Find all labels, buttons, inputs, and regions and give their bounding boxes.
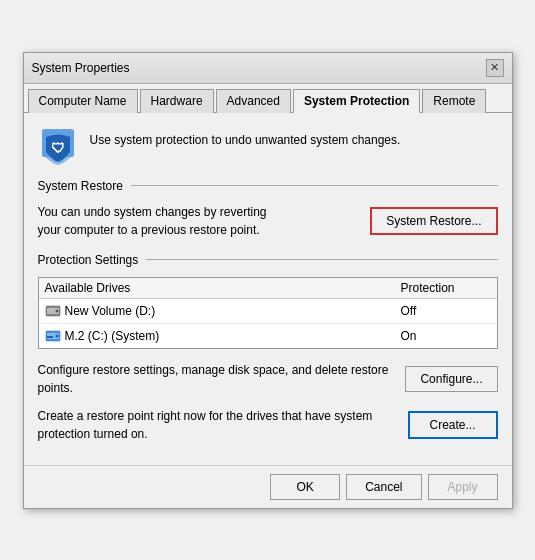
window-title: System Properties [32,61,130,75]
drive-c-protection: On [401,329,491,343]
system-restore-label: System Restore [38,179,123,193]
svg-point-7 [55,334,58,337]
svg-text:🛡: 🛡 [51,140,65,156]
drives-table-header: Available Drives Protection [39,278,497,299]
tabs-bar: Computer Name Hardware Advanced System P… [24,84,512,113]
close-button[interactable]: ✕ [486,59,504,77]
configure-desc: Configure restore settings, manage disk … [38,361,396,397]
cancel-button[interactable]: Cancel [346,474,421,500]
svg-rect-8 [47,336,53,338]
drive-row-d[interactable]: New Volume (D:) Off [39,299,497,324]
drives-table: Available Drives Protection New Volume (… [38,277,498,349]
section-divider2 [146,259,497,260]
info-section: 🛡 Use system protection to undo unwanted… [38,125,498,165]
section-divider [131,185,498,186]
shield-icon: 🛡 [38,125,78,165]
create-desc: Create a restore point right now for the… [38,407,398,443]
drive-c-icon [45,328,61,344]
drive-c-name: M.2 (C:) (System) [65,329,401,343]
title-bar: System Properties ✕ [24,53,512,84]
tab-remote[interactable]: Remote [422,89,486,113]
tab-system-protection[interactable]: System Protection [293,89,420,113]
system-properties-window: System Properties ✕ Computer Name Hardwa… [23,52,513,509]
tab-hardware[interactable]: Hardware [140,89,214,113]
create-row: Create a restore point right now for the… [38,407,498,443]
system-restore-header: System Restore [38,179,498,193]
configure-row: Configure restore settings, manage disk … [38,361,498,397]
bottom-bar: OK Cancel Apply [24,465,512,508]
info-text: Use system protection to undo unwanted s… [90,125,401,149]
restore-row: You can undo system changes by reverting… [38,203,498,239]
system-restore-button[interactable]: System Restore... [370,207,497,235]
protection-settings-header: Protection Settings [38,253,498,267]
apply-button[interactable]: Apply [428,474,498,500]
drive-d-icon [45,303,61,319]
system-restore-section: System Restore You can undo system chang… [38,179,498,239]
drive-row-c[interactable]: M.2 (C:) (System) On [39,324,497,348]
configure-button[interactable]: Configure... [405,366,497,392]
drive-d-protection: Off [401,304,491,318]
protection-settings-label: Protection Settings [38,253,139,267]
tab-content: 🛡 Use system protection to undo unwanted… [24,113,512,465]
restore-desc: You can undo system changes by reverting… [38,203,361,239]
drive-d-name: New Volume (D:) [65,304,401,318]
col-header-protection: Protection [401,281,491,295]
col-header-drive: Available Drives [45,281,401,295]
protection-settings-section: Protection Settings Available Drives Pro… [38,253,498,349]
tab-advanced[interactable]: Advanced [216,89,291,113]
create-button[interactable]: Create... [408,411,498,439]
svg-point-4 [55,309,58,312]
ok-button[interactable]: OK [270,474,340,500]
tab-computer-name[interactable]: Computer Name [28,89,138,113]
